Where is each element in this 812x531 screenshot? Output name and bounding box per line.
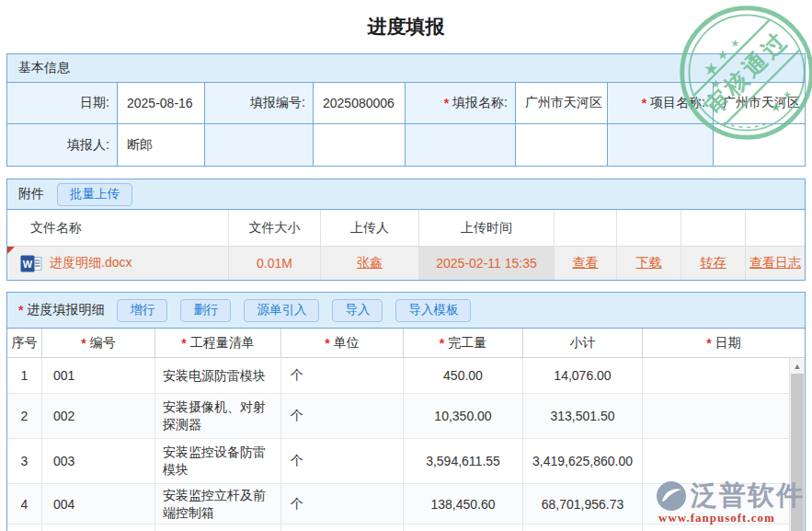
cell-unit[interactable]: 个	[281, 358, 404, 393]
source-import-button[interactable]: 源单引入	[244, 299, 319, 322]
cell-code[interactable]: 003	[42, 439, 155, 483]
scroll-up-icon[interactable]: ▲	[790, 358, 805, 374]
cell-date[interactable]	[643, 439, 805, 483]
basic-info-header: 基本信息	[7, 54, 805, 83]
attachments-section: 附件 批量上传 文件名称 文件大小 上传人 上传时间 W	[6, 179, 806, 281]
upload-time-value: 2025-02-11 15:35	[419, 247, 555, 280]
cell-completed[interactable]: 138,450.60	[404, 484, 523, 524]
col-header-action	[617, 210, 681, 246]
col-header-file-size: 文件大小	[229, 210, 321, 246]
import-template-button[interactable]: 导入模板	[395, 299, 471, 322]
table-row: 1 001 安装电源防雷模块 个 450.00 14,076.00	[7, 358, 805, 394]
col-header-upload-time: 上传时间	[419, 210, 555, 246]
field-label-report-no: 填报编号:	[205, 83, 314, 124]
progress-detail-title: 进度填报明细	[27, 302, 104, 318]
batch-upload-button[interactable]: 批量上传	[57, 183, 132, 206]
attachments-header: 附件 批量上传	[7, 179, 805, 210]
cell-completed[interactable]: 450.00	[404, 358, 523, 393]
progress-detail-header: * 进度填报明细 增行 删行 源单引入 导入 导入模板	[7, 293, 805, 329]
view-log-link[interactable]: 查看日志	[749, 255, 801, 271]
empty-label-cell	[406, 124, 516, 166]
cell-seq: 1	[7, 358, 42, 393]
cell-completed[interactable]: 3,594,611.55	[404, 439, 523, 483]
col-header-code: *编号	[42, 329, 155, 357]
vertical-scrollbar[interactable]: ▲	[789, 358, 805, 531]
basic-info-section: 基本信息 日期: 2025-08-16 填报编号: 2025080006 *填报…	[6, 53, 806, 167]
cell-date[interactable]	[643, 358, 805, 393]
col-header-boq-item: *工程量清单	[155, 329, 281, 357]
col-header-subtotal: 小计	[523, 329, 643, 357]
file-name-link[interactable]: 进度明细.docx	[50, 255, 132, 271]
table-row: 2 002 安装摄像机、对射探测器 个 10,350.00 313,501.50	[7, 394, 805, 439]
col-header-action	[681, 210, 746, 246]
cell-code[interactable]: 002	[42, 394, 155, 438]
empty-label-cell	[205, 124, 314, 166]
cell-code[interactable]: 004	[42, 484, 155, 524]
uploader-link[interactable]: 张鑫	[321, 247, 419, 280]
basic-info-grid: 日期: 2025-08-16 填报编号: 2025080006 *填报名称: 广…	[7, 83, 805, 166]
table-row: 3 003 安装监控设备防雷模块 个 3,594,611.55 3,419,62…	[7, 439, 805, 484]
cell-boq-item[interactable]: 安装监控立杆及前端控制箱	[155, 484, 281, 524]
cell-boq-item[interactable]: 安装摄像机、对射探测器	[155, 394, 281, 438]
import-button[interactable]: 导入	[332, 299, 383, 322]
field-label-project-name: *项目名称:	[608, 83, 714, 124]
cell-subtotal: 68,701,956.73	[523, 484, 643, 524]
basic-info-title: 基本信息	[18, 60, 70, 76]
table-row	[7, 525, 805, 531]
attachment-row: W 进度明细.docx 0.01M 张鑫 2025-02-11 15:35 查看…	[7, 246, 805, 280]
view-link[interactable]: 查看	[573, 255, 599, 271]
svg-text:W: W	[23, 258, 33, 269]
detail-table-body: 1 001 安装电源防雷模块 个 450.00 14,076.00 2 002 …	[7, 358, 805, 531]
delete-row-button[interactable]: 删行	[180, 299, 231, 322]
field-value-reporter[interactable]: 断郎	[118, 124, 205, 166]
col-header-date: *日期	[643, 329, 805, 357]
empty-value-cell	[516, 124, 608, 166]
field-label-reporter: 填报人:	[7, 124, 118, 166]
field-value-date[interactable]: 2025-08-16	[118, 83, 205, 124]
col-header-action	[746, 210, 805, 246]
field-label-report-name: *填报名称:	[406, 83, 516, 124]
attachments-table-header: 文件名称 文件大小 上传人 上传时间	[7, 210, 805, 246]
add-row-button[interactable]: 增行	[117, 299, 167, 322]
empty-value-cell	[314, 124, 406, 166]
file-size-value: 0.01M	[229, 247, 321, 280]
detail-table-header: 序号 *编号 *工程量清单 *单位 *完工量 小计 *日期	[7, 329, 805, 358]
cell-unit[interactable]: 个	[281, 439, 404, 483]
progress-detail-section: * 进度填报明细 增行 删行 源单引入 导入 导入模板 序号 *编号 *工程量清…	[6, 292, 806, 531]
col-header-seq: 序号	[7, 329, 42, 357]
corner-marker-icon	[7, 247, 15, 254]
progress-report-page: 进度填报 审核通过 基本信息 日期:	[0, 0, 812, 531]
col-header-action	[555, 210, 617, 246]
field-value-report-name[interactable]: 广州市天河区	[516, 83, 608, 124]
attachments-title: 附件	[18, 186, 44, 202]
table-row: 4 004 安装监控立杆及前端控制箱 个 138,450.60 68,701,9…	[7, 484, 805, 525]
field-value-report-no[interactable]: 2025080006	[314, 83, 406, 124]
cell-subtotal: 313,501.50	[523, 394, 643, 438]
cell-unit[interactable]: 个	[281, 394, 404, 438]
cell-unit[interactable]: 个	[281, 484, 404, 524]
cell-seq: 2	[7, 394, 42, 438]
cell-subtotal: 3,419,625,860.00	[523, 439, 643, 483]
cell-seq: 4	[7, 484, 42, 524]
download-link[interactable]: 下载	[636, 255, 662, 271]
cell-boq-item[interactable]: 安装电源防雷模块	[155, 358, 281, 393]
cell-completed[interactable]: 10,350.00	[404, 394, 523, 438]
cell-boq-item[interactable]: 安装监控设备防雷模块	[155, 439, 281, 483]
page-title: 进度填报	[0, 0, 812, 53]
cell-date[interactable]	[643, 484, 805, 524]
file-name-cell: W 进度明细.docx	[7, 247, 229, 280]
cell-subtotal: 14,076.00	[523, 358, 643, 393]
cell-date[interactable]	[643, 394, 805, 438]
cell-code[interactable]: 001	[42, 358, 155, 393]
empty-label-cell	[608, 124, 714, 166]
field-value-project-name[interactable]: 广州市天河区	[714, 83, 805, 124]
cell-seq: 3	[7, 439, 42, 483]
field-label-date: 日期:	[7, 83, 118, 124]
word-file-icon: W	[20, 255, 42, 272]
scrollbar-thumb[interactable]	[791, 374, 804, 531]
col-header-completed-qty: *完工量	[404, 329, 523, 357]
col-header-uploader: 上传人	[321, 210, 419, 246]
transfer-link[interactable]: 转存	[701, 255, 726, 271]
col-header-file-name: 文件名称	[7, 210, 229, 246]
empty-value-cell	[714, 124, 805, 166]
